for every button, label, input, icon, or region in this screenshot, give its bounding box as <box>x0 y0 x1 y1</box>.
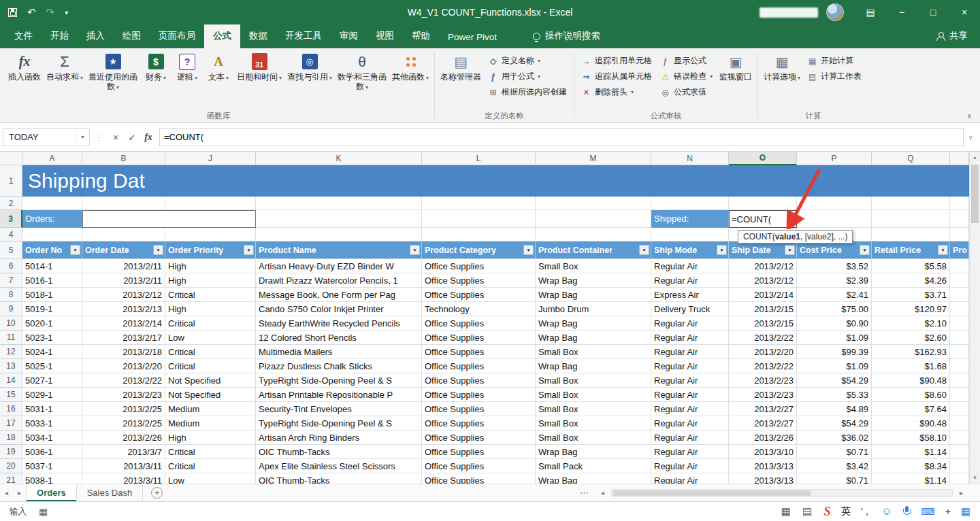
data-cell[interactable]: 5025-1 <box>22 359 82 373</box>
data-cell[interactable]: $99.39 <box>797 345 872 359</box>
filter-dropdown-icon[interactable]: ▾ <box>523 245 534 255</box>
empty-cell[interactable] <box>422 228 536 241</box>
empty-cell[interactable] <box>82 228 165 241</box>
empty-cell[interactable] <box>950 459 969 473</box>
filter-dropdown-icon[interactable]: ▾ <box>860 245 870 255</box>
data-cell[interactable]: Office Supplies <box>422 431 536 445</box>
data-cell[interactable]: Regular Air <box>651 416 729 431</box>
data-cell[interactable]: Small Box <box>536 416 651 431</box>
sheet-tab-Sales Dash[interactable]: Sales Dash <box>77 484 143 501</box>
formula-editing-cell[interactable]: =COUNT( <box>729 210 797 228</box>
data-cell[interactable]: Wrap Bag <box>536 316 651 331</box>
horizontal-scrollbar[interactable]: ◂ ▸ <box>596 484 968 501</box>
row-header-13[interactable]: 13 <box>0 359 22 373</box>
data-cell[interactable]: 2013/2/14 <box>729 288 797 302</box>
column-header-N[interactable]: N <box>651 152 729 165</box>
data-cell[interactable]: 2013/2/12 <box>729 259 797 273</box>
data-cell[interactable]: Critical <box>165 288 256 302</box>
button-用于公式[interactable]: 用于公式▾ <box>488 71 567 82</box>
empty-cell[interactable] <box>950 197 969 210</box>
data-cell[interactable]: Small Box <box>536 388 651 402</box>
data-cell[interactable]: $1.14 <box>872 473 950 484</box>
button-逻辑[interactable]: 逻辑▾ <box>172 50 202 83</box>
empty-cell[interactable] <box>950 228 969 241</box>
data-cell[interactable]: 2013/3/13 <box>729 473 797 484</box>
column-header-partial[interactable] <box>950 152 969 165</box>
data-cell[interactable]: $3.52 <box>797 259 872 273</box>
empty-cell[interactable] <box>872 197 950 210</box>
row-header-17[interactable]: 17 <box>0 416 22 431</box>
data-cell[interactable]: $2.10 <box>872 316 950 331</box>
data-cell[interactable]: 2013/2/23 <box>82 388 165 402</box>
empty-cell[interactable] <box>950 273 969 288</box>
button-其他函数[interactable]: 其他函数▾ <box>390 50 431 83</box>
data-cell[interactable]: $3.71 <box>872 288 950 302</box>
empty-cell[interactable] <box>950 345 969 359</box>
ribbon-tab-开始[interactable]: 开始 <box>42 24 78 48</box>
empty-cell[interactable] <box>950 373 969 388</box>
data-cell[interactable]: $5.33 <box>797 388 872 402</box>
data-cell[interactable]: $90.48 <box>872 416 950 431</box>
row-header-10[interactable]: 10 <box>0 316 22 331</box>
data-cell[interactable]: Security-Tint Envelopes <box>256 402 422 416</box>
data-cell[interactable]: Delivery Truck <box>651 302 729 316</box>
data-cell[interactable]: Small Box <box>536 431 651 445</box>
row-header-11[interactable]: 11 <box>0 331 22 345</box>
close-icon[interactable]: × <box>949 0 980 24</box>
data-cell[interactable]: 5019-1 <box>22 302 82 316</box>
normal-view-icon[interactable]: ▦ <box>781 505 791 518</box>
empty-cell[interactable] <box>651 228 729 241</box>
row-header-4[interactable]: 4 <box>0 228 22 241</box>
empty-cell[interactable] <box>950 431 969 445</box>
data-cell[interactable]: 5024-1 <box>22 345 82 359</box>
data-cell[interactable]: Multimedia Mailers <box>256 345 422 359</box>
column-header-K[interactable]: K <box>256 152 422 165</box>
button-计算工作表[interactable]: 计算工作表 <box>807 71 862 82</box>
data-cell[interactable]: 2013/2/22 <box>729 331 797 345</box>
row-header-6[interactable]: 6 <box>0 259 22 273</box>
empty-cell[interactable] <box>22 228 82 241</box>
sogou-toolbox-icon[interactable]: + <box>945 506 951 517</box>
data-cell[interactable]: Office Supplies <box>422 459 536 473</box>
customize-quick-access-icon[interactable]: ▾ <box>65 9 68 16</box>
table-header-Ship Date[interactable]: Ship Date▾ <box>729 241 797 259</box>
ribbon-tab-开发工具[interactable]: 开发工具 <box>276 24 331 48</box>
data-cell[interactable]: $120.97 <box>872 302 950 316</box>
data-cell[interactable]: 2013/2/23 <box>729 373 797 388</box>
data-cell[interactable]: $1.09 <box>797 331 872 345</box>
filter-dropdown-icon[interactable]: ▾ <box>153 245 163 255</box>
data-cell[interactable]: 2013/2/12 <box>729 273 797 288</box>
data-cell[interactable]: Drawlt Pizazz Watercolor Pencils, 1 <box>256 273 422 288</box>
row-header-15[interactable]: 15 <box>0 388 22 402</box>
empty-cell[interactable] <box>256 210 422 228</box>
data-cell[interactable]: 5038-1 <box>22 473 82 484</box>
tab-overflow-icon[interactable]: ⋯ <box>580 488 589 498</box>
data-cell[interactable]: 2013/2/20 <box>729 345 797 359</box>
data-cell[interactable]: $0.90 <box>797 316 872 331</box>
minimize-icon[interactable]: − <box>886 0 917 24</box>
empty-cell[interactable] <box>422 210 536 228</box>
data-cell[interactable]: Office Supplies <box>422 273 536 288</box>
column-header-M[interactable]: M <box>536 152 651 165</box>
empty-cell[interactable] <box>950 331 969 345</box>
data-cell[interactable]: 2013/3/13 <box>729 459 797 473</box>
table-header-Ship Mode[interactable]: Ship Mode▾ <box>651 241 729 259</box>
data-cell[interactable]: 2013/2/26 <box>82 431 165 445</box>
empty-cell[interactable] <box>165 228 256 241</box>
column-header-B[interactable]: B <box>82 152 165 165</box>
data-cell[interactable]: 2013/2/22 <box>729 359 797 373</box>
data-cell[interactable]: Office Supplies <box>422 473 536 484</box>
data-cell[interactable]: $2.41 <box>797 288 872 302</box>
empty-cell[interactable] <box>256 228 422 241</box>
data-cell[interactable]: 2013/2/11 <box>82 259 165 273</box>
data-cell[interactable]: 2013/2/27 <box>729 416 797 431</box>
empty-cell[interactable] <box>797 197 872 210</box>
data-cell[interactable]: Low <box>165 331 256 345</box>
column-header-P[interactable]: P <box>797 152 872 165</box>
vertical-scrollbar-thumb[interactable] <box>971 165 979 223</box>
filter-dropdown-icon[interactable]: ▾ <box>70 245 80 255</box>
formula-input[interactable]: =COUNT( <box>159 128 964 146</box>
empty-cell[interactable] <box>950 445 969 459</box>
button-开始计算[interactable]: 开始计算 <box>807 55 862 67</box>
column-header-Q[interactable]: Q <box>872 152 950 165</box>
